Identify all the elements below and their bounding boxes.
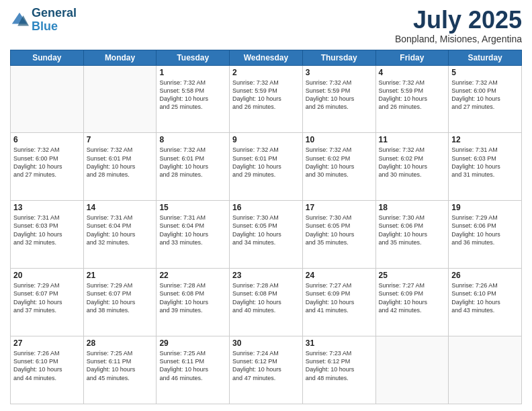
calendar-day-13: 13Sunrise: 7:31 AM Sunset: 6:03 PM Dayli… <box>11 201 84 269</box>
calendar-day-3: 3Sunrise: 7:32 AM Sunset: 5:59 PM Daylig… <box>302 65 375 133</box>
day-number: 20 <box>13 271 81 280</box>
calendar-day-29: 29Sunrise: 7:25 AM Sunset: 6:11 PM Dayli… <box>157 336 230 404</box>
day-number: 21 <box>87 271 154 280</box>
day-number: 25 <box>379 271 446 280</box>
day-info: Sunrise: 7:31 AM Sunset: 6:04 PM Dayligh… <box>159 214 226 246</box>
logo-icon <box>10 11 29 30</box>
day-header-wednesday: Wednesday <box>230 50 303 65</box>
day-info: Sunrise: 7:27 AM Sunset: 6:09 PM Dayligh… <box>379 281 446 314</box>
day-number: 27 <box>13 338 81 348</box>
month-year: July 2025 <box>395 7 522 34</box>
day-number: 15 <box>159 203 226 212</box>
calendar-day-10: 10Sunrise: 7:32 AM Sunset: 6:02 PM Dayli… <box>302 133 375 201</box>
day-info: Sunrise: 7:31 AM Sunset: 6:03 PM Dayligh… <box>451 146 519 179</box>
day-number: 16 <box>232 203 300 212</box>
day-info: Sunrise: 7:32 AM Sunset: 6:01 PM Dayligh… <box>232 146 300 179</box>
day-info: Sunrise: 7:23 AM Sunset: 6:12 PM Dayligh… <box>306 349 373 382</box>
day-number: 23 <box>232 271 300 280</box>
day-number: 10 <box>306 135 373 144</box>
calendar-day-15: 15Sunrise: 7:31 AM Sunset: 6:04 PM Dayli… <box>157 201 230 269</box>
calendar-day-19: 19Sunrise: 7:29 AM Sunset: 6:06 PM Dayli… <box>449 201 522 269</box>
calendar-day-11: 11Sunrise: 7:32 AM Sunset: 6:02 PM Dayli… <box>375 133 449 201</box>
day-info: Sunrise: 7:29 AM Sunset: 6:06 PM Dayligh… <box>451 214 519 246</box>
day-info: Sunrise: 7:31 AM Sunset: 6:03 PM Dayligh… <box>13 214 81 246</box>
calendar-day-9: 9Sunrise: 7:32 AM Sunset: 6:01 PM Daylig… <box>230 133 303 201</box>
day-number: 2 <box>232 68 300 77</box>
day-header-monday: Monday <box>83 50 157 65</box>
day-info: Sunrise: 7:32 AM Sunset: 6:02 PM Dayligh… <box>379 146 446 179</box>
calendar-week-row: 20Sunrise: 7:29 AM Sunset: 6:07 PM Dayli… <box>11 269 522 336</box>
day-header-thursday: Thursday <box>302 50 375 65</box>
logo: General Blue <box>10 7 77 34</box>
day-number: 4 <box>379 68 446 77</box>
day-info: Sunrise: 7:32 AM Sunset: 5:58 PM Dayligh… <box>159 79 226 111</box>
calendar-day-26: 26Sunrise: 7:26 AM Sunset: 6:10 PM Dayli… <box>449 269 522 336</box>
calendar-empty-cell <box>375 336 449 404</box>
day-info: Sunrise: 7:29 AM Sunset: 6:07 PM Dayligh… <box>13 281 81 314</box>
day-number: 8 <box>159 135 226 144</box>
calendar-day-8: 8Sunrise: 7:32 AM Sunset: 6:01 PM Daylig… <box>157 133 230 201</box>
day-number: 29 <box>159 338 226 348</box>
calendar-week-row: 13Sunrise: 7:31 AM Sunset: 6:03 PM Dayli… <box>11 201 522 269</box>
day-number: 13 <box>13 203 81 212</box>
logo-blue: Blue <box>32 20 77 34</box>
day-number: 9 <box>232 135 300 144</box>
day-header-sunday: Sunday <box>11 50 84 65</box>
title-area: July 2025 Bonpland, Misiones, Argentina <box>395 7 522 44</box>
calendar-day-6: 6Sunrise: 7:32 AM Sunset: 6:00 PM Daylig… <box>11 133 84 201</box>
page: General Blue July 2025 Bonpland, Misione… <box>0 0 532 411</box>
calendar-day-16: 16Sunrise: 7:30 AM Sunset: 6:05 PM Dayli… <box>230 201 303 269</box>
day-info: Sunrise: 7:32 AM Sunset: 6:02 PM Dayligh… <box>306 146 373 179</box>
calendar-day-17: 17Sunrise: 7:30 AM Sunset: 6:05 PM Dayli… <box>302 201 375 269</box>
day-info: Sunrise: 7:32 AM Sunset: 6:00 PM Dayligh… <box>13 146 81 179</box>
calendar-day-5: 5Sunrise: 7:32 AM Sunset: 6:00 PM Daylig… <box>449 65 522 133</box>
day-info: Sunrise: 7:25 AM Sunset: 6:11 PM Dayligh… <box>87 349 154 382</box>
day-header-tuesday: Tuesday <box>157 50 230 65</box>
day-number: 24 <box>306 271 373 280</box>
day-number: 7 <box>87 135 154 144</box>
day-number: 14 <box>87 203 154 212</box>
day-number: 26 <box>451 271 519 280</box>
calendar-week-row: 6Sunrise: 7:32 AM Sunset: 6:00 PM Daylig… <box>11 133 522 201</box>
day-number: 6 <box>13 135 81 144</box>
day-number: 3 <box>306 68 373 77</box>
day-number: 28 <box>87 338 154 348</box>
calendar-day-30: 30Sunrise: 7:24 AM Sunset: 6:12 PM Dayli… <box>230 336 303 404</box>
calendar-empty-cell <box>83 65 157 133</box>
calendar-day-18: 18Sunrise: 7:30 AM Sunset: 6:06 PM Dayli… <box>375 201 449 269</box>
day-info: Sunrise: 7:32 AM Sunset: 5:59 PM Dayligh… <box>232 79 300 111</box>
calendar-day-12: 12Sunrise: 7:31 AM Sunset: 6:03 PM Dayli… <box>449 133 522 201</box>
day-number: 30 <box>232 338 300 348</box>
day-info: Sunrise: 7:25 AM Sunset: 6:11 PM Dayligh… <box>159 349 226 382</box>
calendar-day-20: 20Sunrise: 7:29 AM Sunset: 6:07 PM Dayli… <box>11 269 84 336</box>
day-info: Sunrise: 7:32 AM Sunset: 6:01 PM Dayligh… <box>87 146 154 179</box>
calendar-day-1: 1Sunrise: 7:32 AM Sunset: 5:58 PM Daylig… <box>157 65 230 133</box>
location: Bonpland, Misiones, Argentina <box>395 34 522 44</box>
calendar-day-2: 2Sunrise: 7:32 AM Sunset: 5:59 PM Daylig… <box>230 65 303 133</box>
header: General Blue July 2025 Bonpland, Misione… <box>10 7 522 44</box>
day-number: 22 <box>159 271 226 280</box>
calendar-empty-cell <box>449 336 522 404</box>
day-info: Sunrise: 7:27 AM Sunset: 6:09 PM Dayligh… <box>306 281 373 314</box>
day-number: 1 <box>159 68 226 77</box>
day-info: Sunrise: 7:26 AM Sunset: 6:10 PM Dayligh… <box>13 349 81 382</box>
day-number: 11 <box>379 135 446 144</box>
day-info: Sunrise: 7:32 AM Sunset: 6:00 PM Dayligh… <box>451 79 519 111</box>
day-info: Sunrise: 7:32 AM Sunset: 6:01 PM Dayligh… <box>159 146 226 179</box>
day-info: Sunrise: 7:29 AM Sunset: 6:07 PM Dayligh… <box>87 281 154 314</box>
day-number: 18 <box>379 203 446 212</box>
calendar-day-7: 7Sunrise: 7:32 AM Sunset: 6:01 PM Daylig… <box>83 133 157 201</box>
calendar-day-22: 22Sunrise: 7:28 AM Sunset: 6:08 PM Dayli… <box>157 269 230 336</box>
calendar-week-row: 27Sunrise: 7:26 AM Sunset: 6:10 PM Dayli… <box>11 336 522 404</box>
calendar-day-24: 24Sunrise: 7:27 AM Sunset: 6:09 PM Dayli… <box>302 269 375 336</box>
calendar-day-21: 21Sunrise: 7:29 AM Sunset: 6:07 PM Dayli… <box>83 269 157 336</box>
calendar-empty-cell <box>11 65 84 133</box>
day-header-saturday: Saturday <box>449 50 522 65</box>
day-info: Sunrise: 7:28 AM Sunset: 6:08 PM Dayligh… <box>159 281 226 314</box>
day-info: Sunrise: 7:24 AM Sunset: 6:12 PM Dayligh… <box>232 349 300 382</box>
calendar-day-31: 31Sunrise: 7:23 AM Sunset: 6:12 PM Dayli… <box>302 336 375 404</box>
logo-general: General <box>32 7 77 20</box>
calendar-header-row: SundayMondayTuesdayWednesdayThursdayFrid… <box>11 50 522 65</box>
day-number: 19 <box>451 203 519 212</box>
day-info: Sunrise: 7:30 AM Sunset: 6:06 PM Dayligh… <box>379 214 446 246</box>
